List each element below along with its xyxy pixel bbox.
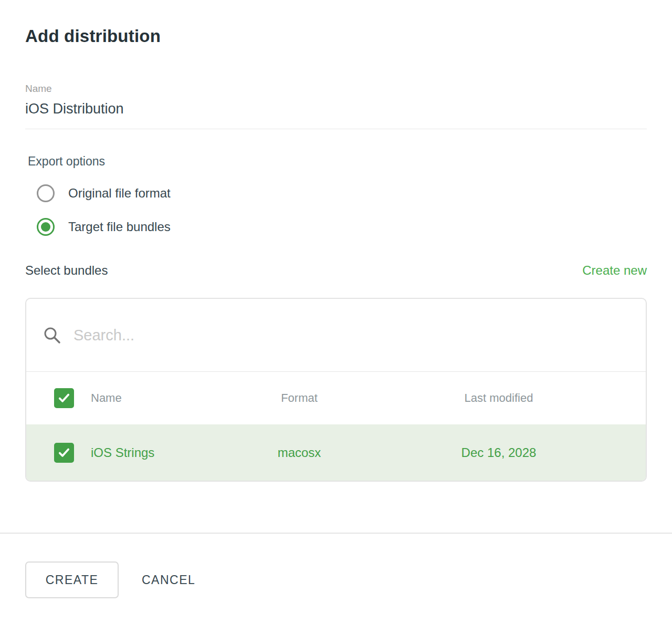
create-button[interactable]: CREATE	[25, 561, 119, 598]
page-title: Add distribution	[25, 0, 647, 46]
select-bundles-label: Select bundles	[25, 263, 108, 278]
create-new-link[interactable]: Create new	[582, 263, 647, 278]
name-field-label: Name	[25, 83, 647, 95]
table-row[interactable]: iOS Strings macosx Dec 16, 2028	[26, 424, 646, 481]
export-options-group: Export options Original file format Targ…	[25, 154, 647, 236]
cancel-button[interactable]: CANCEL	[136, 568, 201, 592]
radio-label: Target file bundles	[68, 220, 171, 234]
bundle-select-panel: Name Format Last modified iOS Strings ma…	[25, 298, 647, 482]
radio-icon	[37, 218, 55, 236]
checkmark-icon	[57, 445, 71, 460]
radio-label: Original file format	[68, 186, 171, 201]
search-icon	[43, 326, 61, 345]
export-options-label: Export options	[28, 154, 647, 169]
footer-divider	[0, 533, 672, 534]
row-last-modified: Dec 16, 2028	[352, 445, 646, 460]
row-name: iOS Strings	[91, 445, 247, 460]
table-header-row: Name Format Last modified	[26, 371, 646, 424]
checkmark-icon	[57, 391, 71, 405]
column-header-last-modified: Last modified	[352, 391, 646, 405]
column-header-format: Format	[247, 391, 352, 405]
action-bar: CREATE CANCEL	[25, 561, 201, 598]
search-row	[26, 299, 646, 371]
radio-target-file-bundles[interactable]: Target file bundles	[37, 218, 647, 236]
column-header-name: Name	[91, 391, 247, 405]
row-checkbox[interactable]	[54, 443, 74, 463]
name-input[interactable]	[25, 101, 647, 117]
radio-icon	[37, 184, 55, 202]
radio-original-file-format[interactable]: Original file format	[37, 184, 647, 202]
row-format: macosx	[247, 445, 352, 460]
name-field: Name	[25, 83, 647, 129]
search-input[interactable]	[74, 327, 494, 344]
select-all-checkbox[interactable]	[54, 388, 74, 408]
select-bundles-bar: Select bundles Create new	[25, 263, 647, 278]
